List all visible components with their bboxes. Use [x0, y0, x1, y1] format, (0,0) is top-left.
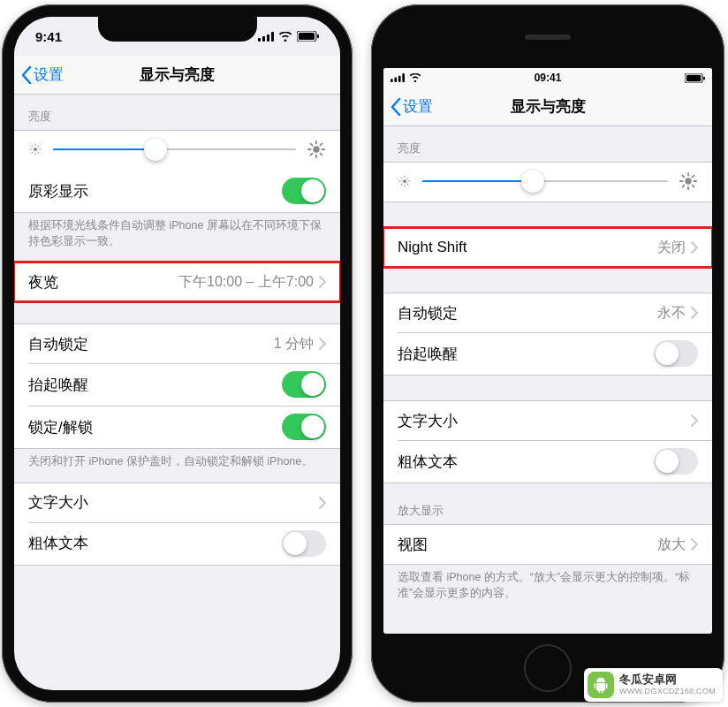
bold-text-toggle[interactable] [282, 530, 326, 557]
bold-text-label: 粗体文本 [398, 452, 458, 472]
sun-high-icon [307, 140, 326, 159]
view-label: 视图 [398, 535, 428, 555]
chevron-right-icon [319, 338, 326, 350]
brightness-slider-row [383, 163, 712, 201]
raise-to-wake-toggle[interactable] [282, 371, 326, 398]
back-button[interactable]: 设置 [391, 87, 433, 125]
svg-line-24 [321, 144, 322, 146]
raise-to-wake-toggle[interactable] [654, 340, 698, 367]
svg-line-23 [311, 154, 313, 156]
screen: 09:41 设置 显示与亮度 亮度 [383, 68, 712, 634]
raise-to-wake-cell: 抬起唤醒 [383, 332, 712, 375]
night-shift-cell[interactable]: Night Shift 关闭 [383, 228, 712, 267]
page-title: 显示与亮度 [140, 65, 215, 85]
brightness-slider[interactable] [53, 148, 296, 150]
svg-line-14 [32, 152, 33, 153]
night-shift-cell[interactable]: 夜览 下午10:00 – 上午7:00 [14, 262, 340, 301]
auto-lock-cell[interactable]: 自动锁定 永不 [383, 293, 712, 332]
watermark-badge: 冬瓜安卓网 WWW.DGXCDZ168.COM [584, 668, 723, 702]
cellular-icon [258, 32, 274, 42]
svg-rect-1 [262, 36, 265, 42]
view-cell[interactable]: 视图 放大 [383, 525, 712, 564]
lock-footer: 关闭和打开 iPhone 保护盖时，自动锁定和解锁 iPhone。 [14, 449, 340, 477]
night-shift-value: 下午10:00 – 上午7:00 [178, 273, 314, 292]
brightness-header: 亮度 [383, 126, 712, 162]
zoom-footer: 选取查看 iPhone 的方式。“放大”会显示更大的控制项。“标准”会显示更多的… [383, 565, 712, 608]
battery-icon [297, 31, 319, 42]
chevron-right-icon [319, 276, 326, 288]
nav-bar: 设置 显示与亮度 [14, 56, 340, 95]
lock-group: 自动锁定 1 分钟 抬起唤醒 锁定/解锁 [14, 323, 340, 449]
auto-lock-cell[interactable]: 自动锁定 1 分钟 [14, 324, 340, 363]
earpiece [525, 34, 571, 40]
svg-line-22 [321, 154, 322, 156]
status-time: 9:41 [35, 29, 62, 44]
chevron-right-icon [319, 497, 326, 509]
chevron-right-icon [691, 538, 698, 551]
lock-unlock-toggle[interactable] [282, 414, 326, 440]
svg-line-46 [683, 176, 685, 178]
text-group: 文字大小 粗体文本 [383, 400, 712, 483]
bold-text-cell: 粗体文本 [14, 522, 340, 565]
chevron-left-icon [391, 98, 401, 116]
text-size-cell[interactable]: 文字大小 [14, 483, 340, 522]
watermark-title: 冬瓜安卓网 [619, 673, 716, 687]
chevron-right-icon [691, 241, 698, 254]
svg-rect-2 [267, 34, 269, 42]
lock-group: 自动锁定 永不 抬起唤醒 [383, 293, 712, 376]
svg-line-40 [407, 178, 408, 179]
svg-rect-26 [394, 78, 397, 82]
svg-rect-28 [402, 73, 405, 82]
wifi-icon [278, 32, 292, 42]
bold-text-cell: 粗体文本 [383, 440, 712, 483]
true-tone-toggle[interactable] [282, 178, 326, 204]
night-shift-group: Night Shift 关闭 [383, 227, 712, 268]
screen: 9:41 设置 显示与亮度 亮度 [14, 17, 340, 690]
bold-text-label: 粗体文本 [28, 533, 88, 553]
svg-line-39 [401, 184, 402, 185]
night-shift-group: 夜览 下午10:00 – 上午7:00 [14, 262, 340, 302]
notch [98, 17, 257, 42]
status-time: 09:41 [535, 72, 562, 84]
text-size-label: 文字大小 [28, 492, 88, 513]
status-bar: 09:41 [383, 68, 712, 87]
device-iphone-8: 09:41 设置 显示与亮度 亮度 [371, 4, 724, 703]
view-value: 放大 [657, 536, 686, 554]
chevron-right-icon [691, 414, 698, 427]
nav-bar: 设置 显示与亮度 [383, 87, 712, 126]
brightness-slider-row [14, 131, 340, 170]
svg-line-47 [693, 186, 694, 187]
back-label: 设置 [403, 96, 433, 117]
svg-rect-3 [271, 32, 274, 42]
sun-low-icon [28, 142, 42, 156]
home-button[interactable] [524, 644, 572, 692]
device-iphone-x: 9:41 设置 显示与亮度 亮度 [2, 4, 353, 703]
night-shift-label: 夜览 [28, 272, 58, 293]
sun-low-icon [398, 174, 412, 188]
true-tone-footer: 根据环境光线条件自动调整 iPhone 屏幕以在不同环境下保持色彩显示一致。 [14, 213, 340, 256]
night-shift-label: Night Shift [398, 239, 466, 256]
svg-line-21 [311, 144, 313, 146]
auto-lock-label: 自动锁定 [398, 303, 458, 323]
bold-text-toggle[interactable] [654, 448, 698, 475]
chevron-left-icon [21, 66, 32, 84]
svg-rect-5 [299, 33, 315, 40]
svg-rect-31 [703, 76, 705, 80]
android-icon [588, 672, 614, 698]
text-size-cell[interactable]: 文字大小 [383, 401, 712, 440]
svg-line-15 [38, 146, 39, 147]
wifi-icon [409, 73, 421, 82]
status-right-icons [685, 73, 705, 83]
svg-point-32 [403, 179, 406, 183]
text-group: 文字大小 粗体文本 [14, 483, 340, 566]
true-tone-cell: 原彩显示 [14, 170, 340, 212]
status-left-icons [391, 73, 421, 82]
svg-line-37 [401, 178, 402, 179]
brightness-slider[interactable] [422, 180, 668, 182]
back-button[interactable]: 设置 [21, 56, 64, 94]
back-label: 设置 [34, 65, 64, 85]
svg-line-38 [407, 184, 408, 185]
night-shift-value: 关闭 [657, 239, 686, 257]
battery-icon [685, 73, 705, 83]
raise-to-wake-label: 抬起唤醒 [28, 375, 88, 395]
